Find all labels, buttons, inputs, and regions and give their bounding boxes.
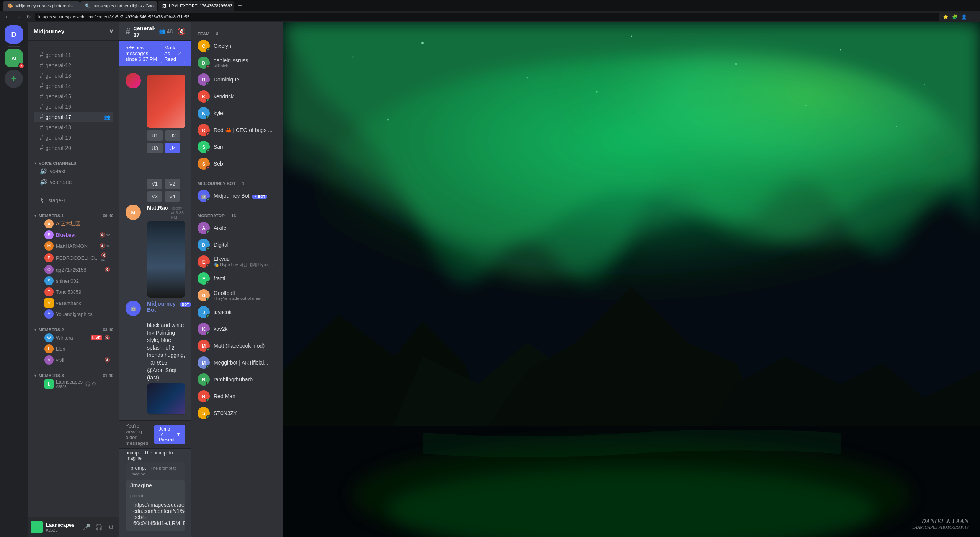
channel-item-general-17[interactable]: # general-17 👥 bbox=[34, 112, 113, 122]
extensions-icon[interactable]: 🧩 bbox=[951, 13, 959, 21]
server-icon-discord[interactable]: D bbox=[5, 25, 23, 44]
hash-icon-17: # bbox=[40, 114, 43, 120]
settings-button[interactable]: ⚙ bbox=[106, 522, 116, 532]
channel-name-12: general-12 bbox=[46, 62, 110, 68]
member-jayscott[interactable]: J jayscott bbox=[194, 304, 280, 321]
channel-item-general-14[interactable]: # general-14 bbox=[34, 81, 113, 91]
voice-member-vasanthanc[interactable]: V vasanthanc bbox=[34, 298, 113, 308]
server-icon-add[interactable]: + bbox=[5, 70, 23, 88]
u1-button[interactable]: U1 bbox=[147, 130, 163, 141]
channel-item-general-18[interactable]: # general-18 bbox=[34, 122, 113, 132]
member-ramblingrhubarb[interactable]: R ramblingrhubarb bbox=[194, 371, 280, 388]
members-1-header[interactable]: ▼ members-1 09 40 bbox=[31, 213, 116, 218]
member-goolfball[interactable]: G Goolfball They're made out of meat. bbox=[194, 287, 280, 304]
member-cixelyn[interactable]: C Cixelyn bbox=[194, 37, 280, 54]
v2-button[interactable]: V2 bbox=[165, 179, 180, 189]
member-elkyuu[interactable]: E Elkyuu 🎭 Hype boy 너넨 원해 Hype ... bbox=[194, 253, 280, 270]
server-icon-ai[interactable]: AI 5 bbox=[5, 49, 23, 67]
u3-button[interactable]: U3 bbox=[147, 143, 163, 153]
member-aixile[interactable]: A Aixile bbox=[194, 220, 280, 236]
member-kylelf[interactable]: K kylelf bbox=[194, 105, 280, 122]
channel-item-vc-create[interactable]: 🔊 vc-create bbox=[34, 177, 113, 187]
voice-member-tonci[interactable]: T Tonci53859 bbox=[34, 286, 113, 297]
voice-member-shinen[interactable]: S shinen002 bbox=[34, 275, 113, 286]
message-avatar-1 bbox=[126, 73, 141, 88]
member-midjourney-bot[interactable]: 🤖 Midjourney Bot ✓ BOT bbox=[194, 187, 280, 204]
bookmark-icon[interactable]: ⭐ bbox=[942, 13, 949, 21]
members-2-label: members-2 bbox=[39, 327, 64, 332]
voice-member-qq[interactable]: Q qq271725158 🔇 bbox=[34, 264, 113, 275]
new-tab-button[interactable]: + bbox=[235, 1, 245, 11]
channels-list: # general-11 # general-12 # general-13 #… bbox=[28, 41, 119, 517]
channel-item-general-20[interactable]: # general-20 bbox=[34, 143, 113, 153]
member-matt-fb[interactable]: M Matt (Facebook mod) bbox=[194, 337, 280, 354]
channel-item-general-11[interactable]: # general-11 bbox=[34, 50, 113, 60]
back-button[interactable]: ← bbox=[3, 13, 11, 21]
v4-button[interactable]: V4 bbox=[165, 191, 180, 202]
name-st0n3zy: ST0N3ZY bbox=[214, 410, 237, 416]
voice-member-vivii[interactable]: V vivii 🔇 bbox=[34, 355, 113, 365]
reload-button[interactable]: ↻ bbox=[24, 13, 33, 21]
channel-item-general-15[interactable]: # general-15 bbox=[34, 91, 113, 101]
member-danielrussruss[interactable]: D danielrussruss still sick bbox=[194, 54, 280, 71]
member-digital[interactable]: D Digital bbox=[194, 236, 280, 253]
members-2-header[interactable]: ▼ members-2 03 40 bbox=[31, 327, 116, 332]
member-st0n3zy[interactable]: S ST0N3ZY bbox=[194, 405, 280, 421]
forward-button[interactable]: → bbox=[14, 13, 22, 21]
member-meggirbot[interactable]: M Meggirbot | ARTificial... bbox=[194, 354, 280, 371]
headphone-button[interactable]: 🎧 bbox=[93, 522, 104, 532]
member-fractl[interactable]: F fractl bbox=[194, 270, 280, 287]
members-1-chevron: ▼ bbox=[34, 214, 37, 218]
chat-input[interactable]: https://images.squarespace-cdn.com/conte… bbox=[129, 499, 185, 529]
member-sam[interactable]: S Sam bbox=[194, 138, 280, 155]
address-bar[interactable]: images.squarespace-cdn.com/content/v1/5c… bbox=[35, 13, 939, 21]
tab1-close[interactable]: ✕ bbox=[78, 3, 80, 8]
member-kav2k[interactable]: K kav2k bbox=[194, 321, 280, 337]
voice-member-wintera[interactable]: W Wintera LIVE 🔇 bbox=[34, 332, 113, 343]
channel-item-general-16[interactable]: # general-16 bbox=[34, 102, 113, 112]
voice-member-pedro[interactable]: P PEDROCOELHO... 🔇 ✏ bbox=[34, 252, 113, 264]
voice-category-header[interactable]: ▼ VOICE CHANNELS bbox=[31, 161, 116, 166]
channel-item-vc-text[interactable]: 🔊 vc-text bbox=[34, 166, 113, 176]
channel-item-stage-1[interactable]: 🎙 stage-1 bbox=[34, 195, 113, 205]
members-count-icon: 👥 bbox=[159, 28, 165, 34]
mic-button[interactable]: 🎤 bbox=[81, 522, 92, 532]
mark-as-read-button[interactable]: Mark As Read ✓ bbox=[161, 44, 185, 63]
name-aixile: Aixile bbox=[214, 225, 226, 231]
member-kendrick[interactable]: K kendrick bbox=[194, 88, 280, 105]
channel-item-general-12[interactable]: # general-12 bbox=[34, 60, 113, 70]
northern-lights-image: DANIEL J. LAAN LAANSCAPES PHOTOGRAPHY bbox=[283, 22, 980, 537]
member-seb[interactable]: S Seb bbox=[194, 155, 280, 172]
browser-tab-1[interactable]: 🎨 Midjourney creates photorealis... ✕ bbox=[3, 1, 80, 11]
member-dominique[interactable]: D Dominique bbox=[194, 71, 280, 88]
browser-tab-3[interactable]: 🖼 LRM_EXPORT_17643678795693... ✕ bbox=[158, 1, 234, 11]
profile-icon[interactable]: 👤 bbox=[960, 13, 968, 21]
voice-member-mattharmon[interactable]: M MattHARMON 🔇 ✏ bbox=[34, 241, 113, 251]
channel-item-general-13[interactable]: # general-13 bbox=[34, 71, 113, 81]
v1-button[interactable]: V1 bbox=[147, 179, 162, 189]
voice-member-ai[interactable]: A AI艺术社区 bbox=[34, 218, 113, 229]
autocomplete-item-prompt[interactable]: prompt The prompt to imagine bbox=[126, 462, 185, 480]
hash-icon-15: # bbox=[40, 93, 43, 100]
u4-button[interactable]: U4 bbox=[165, 143, 181, 153]
message-author-mattrac: MattRac bbox=[147, 205, 168, 211]
u2-button[interactable]: U2 bbox=[165, 130, 181, 141]
voice-member-laanscapes[interactable]: L Laanscapes #2625 🎧 ⚙ bbox=[34, 378, 113, 390]
voice-member-youandi[interactable]: Y Youandigraphics bbox=[34, 309, 113, 319]
member-red-ceo[interactable]: R Red 🦀 | CEO of bugs ... bbox=[194, 122, 280, 138]
voice-member-lion[interactable]: L Lion bbox=[34, 343, 113, 354]
channel-item-general-19[interactable]: # general-19 bbox=[34, 133, 113, 143]
message-image-painting[interactable] bbox=[147, 383, 185, 415]
jump-to-present-button[interactable]: Jump To Present ▼ bbox=[154, 425, 185, 444]
member-red-man[interactable]: R Red Man bbox=[194, 388, 280, 405]
mute-icon[interactable]: 🔇 bbox=[176, 26, 187, 37]
voice-name-lion: Lion bbox=[56, 346, 110, 352]
voice-member-bluebeat[interactable]: B Bluebeat 🔇 ✏ bbox=[34, 229, 113, 240]
server-header[interactable]: Midjourney ∨ bbox=[28, 22, 119, 41]
member-kylelf-info: kylelf bbox=[214, 110, 226, 116]
menu-icon[interactable]: ⋮ bbox=[969, 13, 977, 21]
v3-button[interactable]: V3 bbox=[147, 191, 162, 202]
browser-tab-2[interactable]: 🔍 laanscapes northern lights - Goo... ✕ bbox=[80, 1, 157, 11]
members-3-header[interactable]: ▼ members-3 01 40 bbox=[31, 373, 116, 378]
hash-icon-11: # bbox=[40, 52, 43, 59]
